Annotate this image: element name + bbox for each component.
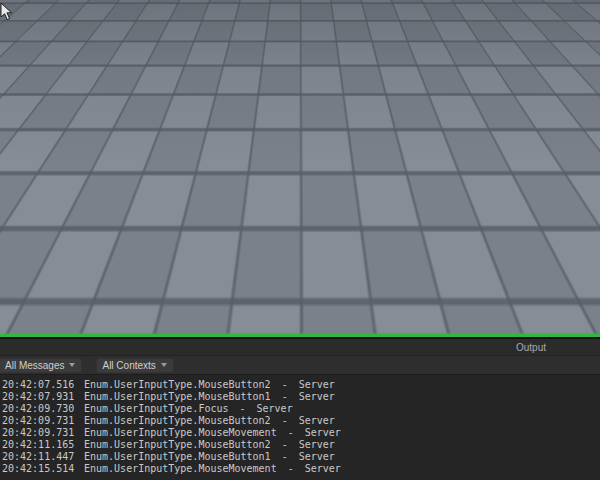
log-timestamp: 20:42:15.514 bbox=[2, 463, 84, 475]
log-row: 20:42:15.514Enum.UserInputType.MouseMove… bbox=[2, 463, 600, 475]
log-message: Enum.UserInputType.MouseMovement bbox=[84, 463, 277, 474]
baseplate-grid bbox=[0, 0, 600, 337]
3d-viewport[interactable] bbox=[0, 0, 600, 337]
chevron-down-icon bbox=[161, 363, 167, 367]
log-message: Enum.UserInputType.Focus bbox=[84, 403, 229, 414]
log-row: 20:42:09.731Enum.UserInputType.MouseMove… bbox=[2, 427, 600, 439]
baseplate-selection-outline bbox=[0, 334, 600, 337]
log-context: Server bbox=[299, 451, 335, 462]
log-context: Server bbox=[305, 463, 341, 474]
messages-filter-dropdown[interactable]: All Messages bbox=[0, 358, 82, 373]
log-timestamp: 20:42:09.731 bbox=[2, 427, 84, 439]
log-timestamp: 20:42:11.447 bbox=[2, 451, 84, 463]
log-context: Server bbox=[299, 391, 335, 402]
log-row: 20:42:11.165Enum.UserInputType.MouseButt… bbox=[2, 439, 600, 451]
log-context: Server bbox=[299, 439, 335, 450]
log-message: Enum.UserInputType.MouseButton2 bbox=[84, 439, 271, 450]
log-separator: - bbox=[288, 463, 294, 474]
log-row: 20:42:09.730Enum.UserInputType.Focus-Ser… bbox=[2, 403, 600, 415]
log-timestamp: 20:42:09.730 bbox=[2, 403, 84, 415]
studio-window: Output All Messages All Contexts 20:42:0… bbox=[0, 0, 600, 480]
output-toolbar: All Messages All Contexts bbox=[0, 356, 600, 375]
log-separator: - bbox=[240, 403, 246, 414]
log-separator: - bbox=[282, 415, 288, 426]
contexts-filter-label: All Contexts bbox=[102, 359, 155, 372]
log-timestamp: 20:42:09.731 bbox=[2, 415, 84, 427]
log-separator: - bbox=[282, 379, 288, 390]
log-row: 20:42:11.447Enum.UserInputType.MouseButt… bbox=[2, 451, 600, 463]
log-timestamp: 20:42:11.165 bbox=[2, 439, 84, 451]
log-timestamp: 20:42:07.516 bbox=[2, 379, 84, 391]
log-row: 20:42:09.731Enum.UserInputType.MouseButt… bbox=[2, 415, 600, 427]
log-message: Enum.UserInputType.MouseButton1 bbox=[84, 451, 271, 462]
log-message: Enum.UserInputType.MouseButton2 bbox=[84, 379, 271, 390]
contexts-filter-dropdown[interactable]: All Contexts bbox=[96, 358, 173, 373]
output-panel-title: Output bbox=[516, 339, 546, 356]
log-message: Enum.UserInputType.MouseButton1 bbox=[84, 391, 271, 402]
log-context: Server bbox=[305, 427, 341, 438]
output-panel-header[interactable]: Output bbox=[0, 339, 600, 356]
messages-filter-label: All Messages bbox=[5, 359, 64, 372]
log-message: Enum.UserInputType.MouseButton2 bbox=[84, 415, 271, 426]
log-row: 20:42:07.931Enum.UserInputType.MouseButt… bbox=[2, 391, 600, 403]
log-timestamp: 20:42:07.931 bbox=[2, 391, 84, 403]
log-context: Server bbox=[299, 415, 335, 426]
output-log[interactable]: 20:42:07.516Enum.UserInputType.MouseButt… bbox=[0, 375, 600, 480]
log-message: Enum.UserInputType.MouseMovement bbox=[84, 427, 277, 438]
log-row: 20:42:07.516Enum.UserInputType.MouseButt… bbox=[2, 379, 600, 391]
log-separator: - bbox=[288, 427, 294, 438]
log-separator: - bbox=[282, 451, 288, 462]
log-context: Server bbox=[257, 403, 293, 414]
chevron-down-icon bbox=[69, 363, 75, 367]
log-separator: - bbox=[282, 439, 288, 450]
mouse-cursor-icon bbox=[0, 2, 14, 26]
log-separator: - bbox=[282, 391, 288, 402]
log-context: Server bbox=[299, 379, 335, 390]
